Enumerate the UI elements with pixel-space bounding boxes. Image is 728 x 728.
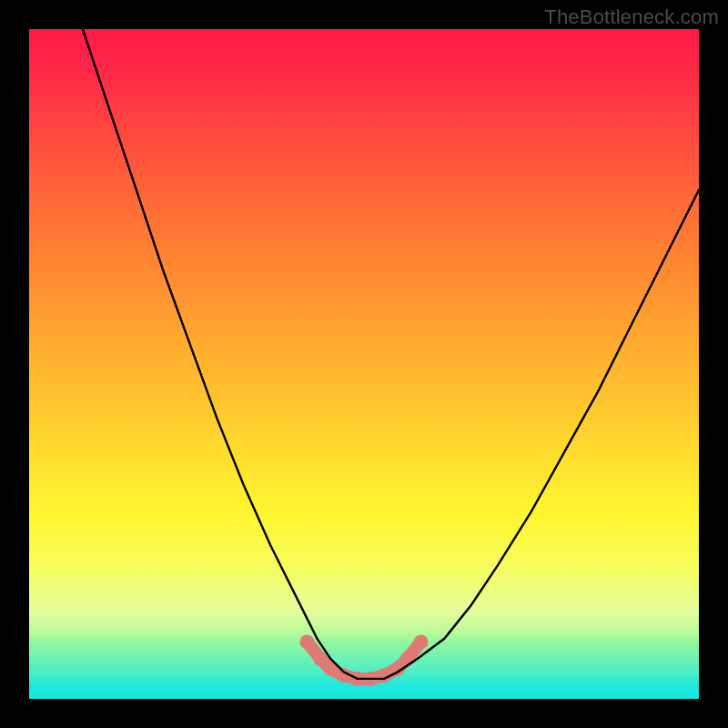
chart-frame: TheBottleneck.com	[0, 0, 728, 728]
plot-area	[29, 29, 699, 699]
bottleneck-curve	[83, 29, 699, 679]
watermark-text: TheBottleneck.com	[544, 5, 719, 29]
curve-layer	[29, 29, 699, 699]
marker-point	[414, 634, 429, 649]
marker-point	[299, 634, 314, 649]
marker-point	[400, 652, 415, 666]
